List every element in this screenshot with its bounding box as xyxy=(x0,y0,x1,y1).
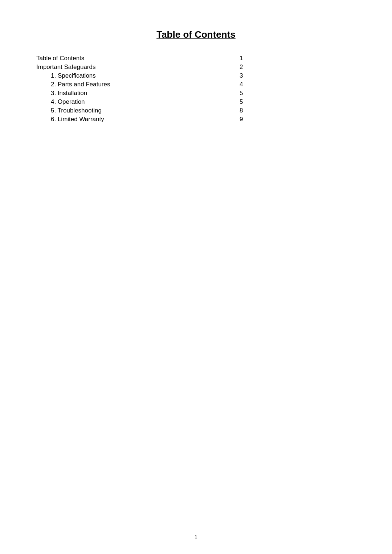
toc-entry-table-of-contents: Table of Contents1 xyxy=(36,55,356,62)
toc-entry-installation: 3. Installation5 xyxy=(36,90,356,97)
toc-entry-operation-page: 5 xyxy=(240,98,247,106)
toc-entry-troubleshooting: 5. Troubleshooting8 xyxy=(36,107,356,114)
toc-entry-operation-label: 4. Operation xyxy=(36,98,240,106)
toc-entry-troubleshooting-page: 8 xyxy=(240,107,247,114)
toc-entry-parts-and-features-label: 2. Parts and Features xyxy=(36,81,240,88)
toc-entry-table-of-contents-page: 1 xyxy=(240,55,247,62)
toc-entry-troubleshooting-label: 5. Troubleshooting xyxy=(36,107,240,114)
toc-entry-limited-warranty-label: 6. Limited Warranty xyxy=(36,116,240,123)
toc-entry-specifications-label: 1. Specifications xyxy=(36,72,240,79)
page-title: Table of Contents xyxy=(36,29,356,40)
toc-entry-specifications: 1. Specifications3 xyxy=(36,72,356,79)
page: Table of Contents Table of Contents1Impo… xyxy=(0,0,392,554)
footer-page-number: 1 xyxy=(195,534,197,539)
toc-entry-installation-label: 3. Installation xyxy=(36,90,240,97)
toc-entry-specifications-page: 3 xyxy=(240,72,247,79)
toc-entry-limited-warranty: 6. Limited Warranty9 xyxy=(36,116,356,123)
toc-entry-installation-page: 5 xyxy=(240,90,247,97)
toc-entry-important-safeguards-page: 2 xyxy=(240,63,247,71)
table-of-contents: Table of Contents1Important Safeguards21… xyxy=(36,55,356,123)
toc-entry-parts-and-features: 2. Parts and Features4 xyxy=(36,81,356,88)
toc-entry-important-safeguards: Important Safeguards2 xyxy=(36,63,356,71)
toc-entry-operation: 4. Operation5 xyxy=(36,98,356,106)
toc-entry-limited-warranty-page: 9 xyxy=(240,116,247,123)
toc-entry-parts-and-features-page: 4 xyxy=(240,81,247,88)
toc-entry-table-of-contents-label: Table of Contents xyxy=(36,55,240,62)
toc-entry-important-safeguards-label: Important Safeguards xyxy=(36,63,240,71)
